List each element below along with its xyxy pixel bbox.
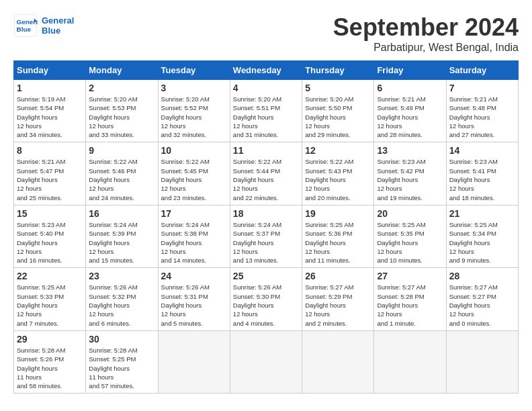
day-number: 19 — [305, 208, 371, 219]
day-number: 15 — [17, 208, 83, 219]
day-info: Sunrise: 5:26 AMSunset: 5:31 PMDaylight … — [161, 283, 227, 327]
table-row: 7Sunrise: 5:21 AMSunset: 5:48 PMDaylight… — [446, 80, 518, 142]
table-row: 27Sunrise: 5:27 AMSunset: 5:28 PMDayligh… — [374, 268, 446, 330]
table-row: 28Sunrise: 5:27 AMSunset: 5:27 PMDayligh… — [446, 268, 518, 330]
day-info: Sunrise: 5:20 AMSunset: 5:52 PMDaylight … — [161, 95, 227, 139]
day-info: Sunrise: 5:23 AMSunset: 5:42 PMDaylight … — [377, 157, 443, 201]
calendar-title: September 2024 — [333, 13, 519, 42]
day-number: 4 — [233, 83, 299, 93]
day-info: Sunrise: 5:22 AMSunset: 5:44 PMDaylight … — [233, 157, 299, 201]
day-number: 24 — [161, 271, 227, 281]
day-info: Sunrise: 5:28 AMSunset: 5:26 PMDaylight … — [17, 346, 83, 390]
day-info: Sunrise: 5:23 AMSunset: 5:40 PMDaylight … — [17, 220, 83, 265]
day-info: Sunrise: 5:24 AMSunset: 5:39 PMDaylight … — [89, 220, 154, 265]
day-number: 6 — [377, 83, 443, 93]
table-row: 18Sunrise: 5:24 AMSunset: 5:37 PMDayligh… — [230, 205, 302, 267]
table-row: 30Sunrise: 5:28 AMSunset: 5:25 PMDayligh… — [86, 330, 158, 393]
table-row: 29Sunrise: 5:28 AMSunset: 5:26 PMDayligh… — [14, 330, 86, 393]
table-row: 5Sunrise: 5:20 AMSunset: 5:50 PMDaylight… — [302, 80, 374, 142]
table-row: 10Sunrise: 5:22 AMSunset: 5:45 PMDayligh… — [158, 142, 230, 205]
day-info: Sunrise: 5:27 AMSunset: 5:29 PMDaylight … — [305, 283, 371, 327]
day-info: Sunrise: 5:25 AMSunset: 5:34 PMDaylight … — [449, 220, 515, 265]
day-info: Sunrise: 5:22 AMSunset: 5:43 PMDaylight … — [305, 157, 371, 201]
day-number: 7 — [449, 83, 515, 93]
table-row: 4Sunrise: 5:20 AMSunset: 5:51 PMDaylight… — [230, 80, 302, 142]
calendar-week-2: 15Sunrise: 5:23 AMSunset: 5:40 PMDayligh… — [14, 205, 519, 267]
day-number: 20 — [377, 208, 443, 219]
table-row — [374, 330, 446, 393]
svg-text:Blue: Blue — [17, 26, 32, 33]
day-info: Sunrise: 5:27 AMSunset: 5:27 PMDaylight … — [449, 283, 515, 327]
day-number: 9 — [89, 145, 154, 156]
day-info: Sunrise: 5:23 AMSunset: 5:41 PMDaylight … — [449, 157, 515, 201]
day-info: Sunrise: 5:20 AMSunset: 5:50 PMDaylight … — [305, 95, 371, 139]
table-row: 17Sunrise: 5:24 AMSunset: 5:38 PMDayligh… — [158, 205, 230, 267]
day-number: 22 — [17, 271, 83, 281]
col-monday: Monday — [86, 61, 158, 80]
calendar-week-0: 1Sunrise: 5:19 AMSunset: 5:54 PMDaylight… — [14, 80, 519, 142]
day-info: Sunrise: 5:26 AMSunset: 5:30 PMDaylight … — [233, 283, 299, 327]
calendar-week-4: 29Sunrise: 5:28 AMSunset: 5:26 PMDayligh… — [14, 330, 519, 393]
table-row — [302, 330, 374, 393]
table-row: 15Sunrise: 5:23 AMSunset: 5:40 PMDayligh… — [14, 205, 86, 267]
table-row: 6Sunrise: 5:21 AMSunset: 5:49 PMDaylight… — [374, 80, 446, 142]
table-row: 8Sunrise: 5:21 AMSunset: 5:47 PMDaylight… — [14, 142, 86, 205]
calendar-table: Sunday Monday Tuesday Wednesday Thursday… — [13, 60, 519, 394]
calendar-week-1: 8Sunrise: 5:21 AMSunset: 5:47 PMDaylight… — [14, 142, 519, 205]
calendar-subtitle: Parbatipur, West Bengal, India — [333, 42, 519, 54]
table-row: 2Sunrise: 5:20 AMSunset: 5:53 PMDaylight… — [86, 80, 158, 142]
table-row: 16Sunrise: 5:24 AMSunset: 5:39 PMDayligh… — [86, 205, 158, 267]
col-sunday: Sunday — [14, 61, 86, 80]
table-row: 24Sunrise: 5:26 AMSunset: 5:31 PMDayligh… — [158, 268, 230, 330]
day-number: 14 — [449, 145, 515, 156]
table-row — [230, 330, 302, 393]
day-number: 1 — [17, 83, 83, 93]
table-row: 22Sunrise: 5:25 AMSunset: 5:33 PMDayligh… — [14, 268, 86, 330]
calendar-week-3: 22Sunrise: 5:25 AMSunset: 5:33 PMDayligh… — [14, 268, 519, 330]
logo: General Blue General Blue — [13, 13, 74, 38]
table-row: 14Sunrise: 5:23 AMSunset: 5:41 PMDayligh… — [446, 142, 518, 205]
day-number: 2 — [89, 83, 154, 93]
day-info: Sunrise: 5:24 AMSunset: 5:37 PMDaylight … — [233, 220, 299, 265]
day-number: 5 — [305, 83, 371, 93]
title-section: September 2024 Parbatipur, West Bengal, … — [333, 13, 519, 54]
table-row: 23Sunrise: 5:26 AMSunset: 5:32 PMDayligh… — [86, 268, 158, 330]
header-row: Sunday Monday Tuesday Wednesday Thursday… — [14, 61, 519, 80]
table-row — [158, 330, 230, 393]
day-info: Sunrise: 5:25 AMSunset: 5:36 PMDaylight … — [305, 220, 371, 265]
day-number: 18 — [233, 208, 299, 219]
day-number: 8 — [17, 145, 83, 156]
day-info: Sunrise: 5:27 AMSunset: 5:28 PMDaylight … — [377, 283, 443, 327]
day-number: 16 — [89, 208, 154, 219]
table-row: 3Sunrise: 5:20 AMSunset: 5:52 PMDaylight… — [158, 80, 230, 142]
table-row: 1Sunrise: 5:19 AMSunset: 5:54 PMDaylight… — [14, 80, 86, 142]
day-number: 21 — [449, 208, 515, 219]
day-info: Sunrise: 5:21 AMSunset: 5:49 PMDaylight … — [377, 95, 443, 139]
day-number: 17 — [161, 208, 227, 219]
col-wednesday: Wednesday — [230, 61, 302, 80]
table-row: 20Sunrise: 5:25 AMSunset: 5:35 PMDayligh… — [374, 205, 446, 267]
day-info: Sunrise: 5:21 AMSunset: 5:48 PMDaylight … — [449, 95, 515, 139]
logo-text: General Blue — [42, 15, 74, 36]
day-info: Sunrise: 5:24 AMSunset: 5:38 PMDaylight … — [161, 220, 227, 265]
table-row: 9Sunrise: 5:22 AMSunset: 5:46 PMDaylight… — [86, 142, 158, 205]
table-row: 21Sunrise: 5:25 AMSunset: 5:34 PMDayligh… — [446, 205, 518, 267]
day-number: 30 — [89, 334, 154, 345]
logo-icon: General Blue — [13, 13, 38, 38]
table-row: 19Sunrise: 5:25 AMSunset: 5:36 PMDayligh… — [302, 205, 374, 267]
day-number: 27 — [377, 271, 443, 281]
day-info: Sunrise: 5:26 AMSunset: 5:32 PMDaylight … — [89, 283, 154, 327]
table-row: 12Sunrise: 5:22 AMSunset: 5:43 PMDayligh… — [302, 142, 374, 205]
table-row: 26Sunrise: 5:27 AMSunset: 5:29 PMDayligh… — [302, 268, 374, 330]
col-saturday: Saturday — [446, 61, 518, 80]
col-thursday: Thursday — [302, 61, 374, 80]
day-info: Sunrise: 5:20 AMSunset: 5:53 PMDaylight … — [89, 95, 154, 139]
day-info: Sunrise: 5:25 AMSunset: 5:33 PMDaylight … — [17, 283, 83, 327]
day-number: 3 — [161, 83, 227, 93]
day-info: Sunrise: 5:28 AMSunset: 5:25 PMDaylight … — [89, 346, 154, 390]
day-info: Sunrise: 5:19 AMSunset: 5:54 PMDaylight … — [17, 95, 83, 139]
day-number: 28 — [449, 271, 515, 281]
day-info: Sunrise: 5:21 AMSunset: 5:47 PMDaylight … — [17, 157, 83, 201]
day-info: Sunrise: 5:25 AMSunset: 5:35 PMDaylight … — [377, 220, 443, 265]
day-number: 13 — [377, 145, 443, 156]
